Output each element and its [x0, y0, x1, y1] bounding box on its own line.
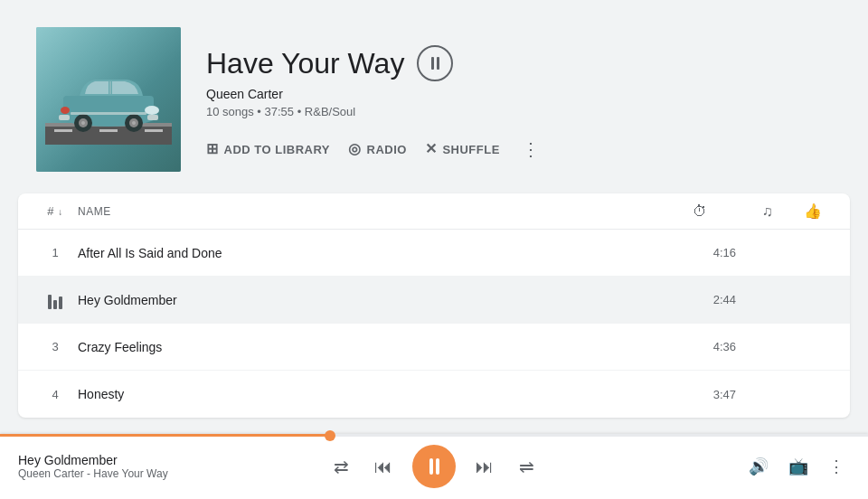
volume-button[interactable]: 🔊 — [743, 451, 774, 482]
shuffle-player-icon: ⇌ — [519, 456, 534, 477]
svg-point-15 — [132, 121, 136, 125]
track-number: 1 — [33, 246, 78, 259]
header-name: NAME — [78, 205, 655, 218]
svg-rect-16 — [71, 112, 146, 115]
track-list-container: # ↓ NAME ⏱ ♫ 👍 1 After All Is Said and D… — [18, 193, 850, 418]
header-thumbs-icon: 👍 — [790, 202, 835, 220]
track-number: 3 — [33, 340, 78, 353]
player-track-name: Hey Goldmember — [18, 453, 168, 467]
shuffle-label: SHUFFLE — [442, 143, 499, 156]
play-pause-icon — [429, 458, 439, 475]
album-title-text: Have Your Way — [206, 47, 404, 80]
svg-point-8 — [145, 106, 159, 115]
header-num: # ↓ — [33, 204, 78, 218]
sort-icon: # — [47, 204, 54, 218]
sort-arrow-icon: ↓ — [58, 207, 63, 217]
track-name: After All Is Said and Done — [78, 246, 655, 260]
shuffle-icon: ✕ — [425, 142, 438, 156]
cast-icon: 📺 — [788, 457, 808, 476]
svg-rect-0 — [45, 125, 172, 145]
svg-rect-18 — [147, 115, 158, 120]
player-track-sub: Queen Carter - Have Your Way — [18, 467, 168, 480]
radio-icon: ◎ — [348, 142, 362, 156]
svg-rect-4 — [145, 129, 163, 132]
header-music-icon: ♫ — [745, 203, 790, 220]
header-pause-icon — [431, 57, 439, 70]
player-more-icon: ⋮ — [828, 457, 844, 476]
album-actions: ⊞ ADD TO LIBRARY ◎ RADIO ✕ SHUFFLE ⋮ — [206, 135, 543, 164]
repeat-icon: ⇄ — [334, 456, 349, 477]
player-right-controls: 🔊 📺 ⋮ — [743, 451, 850, 482]
track-row[interactable]: 3 Crazy Feelings 4:36 — [18, 324, 850, 371]
prev-button[interactable]: ⏮ — [369, 451, 398, 483]
album-info: Have Your Way Queen Carter 10 songs • 37… — [206, 27, 543, 164]
play-pause-button[interactable] — [412, 445, 456, 488]
add-library-label: ADD TO LIBRARY — [224, 143, 331, 156]
volume-icon: 🔊 — [749, 457, 769, 476]
track-duration: 4:36 — [655, 340, 745, 353]
track-duration: 3:47 — [655, 388, 745, 401]
progress-bar-fill — [0, 434, 330, 437]
track-list-header: # ↓ NAME ⏱ ♫ 👍 — [18, 193, 850, 230]
track-row[interactable]: 4 Honesty 3:47 — [18, 371, 850, 418]
album-art — [36, 27, 181, 172]
track-row[interactable]: 1 After All Is Said and Done 4:16 — [18, 230, 850, 277]
track-rows-container: 1 After All Is Said and Done 4:16 Hey Go… — [18, 230, 850, 418]
add-library-icon: ⊞ — [206, 142, 219, 156]
player-controls: ⇄ ⏮ ⏭ ⇌ — [328, 445, 540, 488]
cast-button[interactable]: 📺 — [783, 451, 814, 482]
playing-bars-icon — [33, 291, 78, 309]
repeat-button[interactable]: ⇄ — [328, 450, 354, 483]
radio-button[interactable]: ◎ RADIO — [348, 138, 407, 160]
more-options-button[interactable]: ⋮ — [518, 135, 543, 164]
header-pause-button[interactable] — [417, 45, 453, 81]
header-duration-icon: ⏱ — [655, 203, 745, 220]
svg-rect-3 — [99, 129, 118, 132]
more-vert-icon: ⋮ — [522, 138, 540, 160]
svg-rect-17 — [59, 115, 70, 120]
track-name: Hey Goldmember — [78, 293, 655, 307]
track-duration: 2:44 — [655, 293, 745, 306]
album-artist: Queen Carter — [206, 87, 543, 101]
svg-rect-2 — [54, 129, 72, 132]
progress-dot — [325, 430, 335, 441]
track-name: Crazy Feelings — [78, 340, 655, 354]
album-title-row: Have Your Way — [206, 45, 543, 81]
prev-icon: ⏮ — [374, 457, 392, 477]
svg-rect-6 — [63, 96, 154, 119]
shuffle-button[interactable]: ✕ SHUFFLE — [425, 138, 500, 160]
player-track-info: Hey Goldmember Queen Carter - Have Your … — [18, 453, 168, 480]
progress-bar-container[interactable] — [0, 434, 868, 437]
add-to-library-button[interactable]: ⊞ ADD TO LIBRARY — [206, 138, 330, 160]
shuffle-player-button[interactable]: ⇌ — [514, 450, 540, 483]
player-more-button[interactable]: ⋮ — [823, 451, 850, 482]
next-button[interactable]: ⏭ — [470, 451, 499, 483]
album-art-image — [45, 54, 172, 145]
radio-label: RADIO — [367, 143, 407, 156]
track-number: 4 — [33, 388, 78, 401]
next-icon: ⏭ — [476, 457, 494, 477]
track-duration: 4:16 — [655, 246, 745, 259]
player-bar: Hey Goldmember Queen Carter - Have Your … — [0, 434, 868, 499]
album-meta: 10 songs • 37:55 • R&B/Soul — [206, 105, 543, 118]
svg-point-9 — [61, 107, 70, 114]
svg-point-12 — [81, 121, 85, 125]
album-header: Have Your Way Queen Carter 10 songs • 37… — [0, 0, 868, 193]
track-name: Honesty — [78, 387, 655, 401]
track-row[interactable]: Hey Goldmember 2:44 — [18, 277, 850, 324]
